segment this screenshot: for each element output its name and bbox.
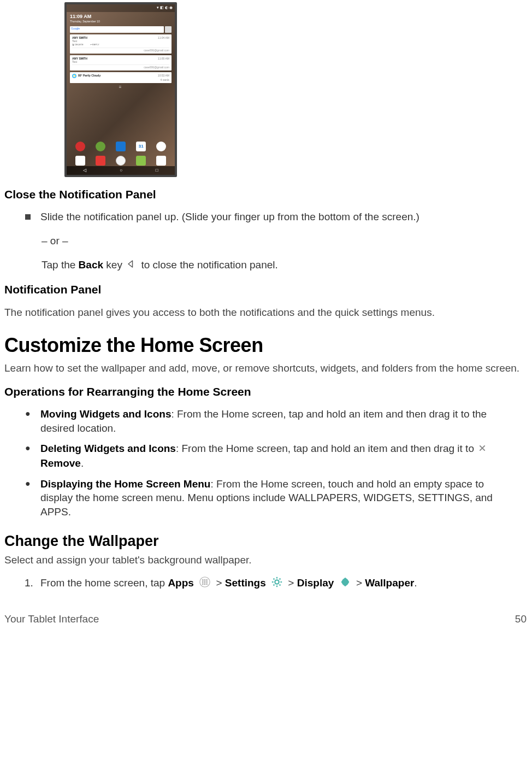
nav-home-icon: ○ — [120, 168, 122, 174]
section-heading: Change the Wallpaper — [4, 531, 528, 551]
text-bold: Settings — [225, 577, 266, 589]
svg-point-6 — [202, 581, 203, 583]
delete-action: 🗑 DELETE — [72, 44, 84, 46]
text-bold: Deleting Widgets and Icons — [40, 443, 176, 454]
text: . — [81, 457, 84, 469]
text-bold: Displaying the Home Screen Menu — [40, 478, 210, 490]
text: . — [414, 577, 417, 589]
text: : From the Home screen, tap and hold an … — [176, 443, 477, 454]
svg-point-3 — [202, 579, 203, 580]
notif-body: Test — [72, 60, 169, 63]
weather-card: 80° Partly Cloudy10:53 AM 4 cards — [70, 72, 172, 83]
list-item: ● Deleting Widgets and Icons: From the H… — [25, 442, 507, 470]
list-item: ● Moving Widgets and Icons: From the Hom… — [25, 407, 507, 435]
section-heading: Close the Notification Panel — [4, 187, 528, 202]
notif-time: 11:04 AM — [158, 36, 169, 39]
ordered-list: From the home screen, tap Apps > Setting… — [36, 576, 528, 592]
notif-account: case006@gmail.com — [72, 48, 169, 52]
svg-line-19 — [274, 584, 275, 585]
nav-back-icon: ◁ — [83, 168, 86, 174]
notif-time: 11:00 AM — [158, 57, 169, 60]
text: Tap the — [42, 259, 79, 271]
text: From the home screen, tap — [40, 577, 168, 589]
text-bold: Wallpaper — [365, 577, 414, 589]
mic-icon — [165, 26, 172, 33]
svg-point-12 — [275, 580, 279, 584]
paragraph: Select and assign your tablet's backgrou… — [4, 553, 528, 567]
bullet-icon: ● — [25, 442, 31, 470]
text-bold: Display — [297, 577, 334, 589]
svg-point-11 — [206, 583, 208, 584]
section-heading: Notification Panel — [4, 282, 528, 297]
svg-point-5 — [206, 579, 208, 580]
weather-icon — [72, 74, 76, 78]
list-item: ● Displaying the Home Screen Menu: From … — [25, 477, 507, 519]
svg-point-4 — [204, 579, 205, 580]
weather-sub: 4 cards — [72, 78, 169, 81]
bullet-icon: ● — [25, 477, 31, 519]
lock-header: 11:09 AM Thursday, September 10 — [67, 12, 175, 25]
paragraph: Learn how to set the wallpaper and add, … — [4, 361, 528, 375]
svg-line-17 — [274, 578, 275, 579]
remove-x-icon — [478, 442, 487, 456]
square-bullet-icon — [25, 214, 31, 220]
settings-gear-icon — [271, 576, 283, 592]
section-heading: Operations for Rearranging the Home Scre… — [4, 384, 528, 399]
search-box: Google — [70, 26, 164, 33]
text: to close the notification panel. — [138, 259, 278, 271]
text-bold: Remove — [40, 457, 81, 469]
paragraph: – or – — [42, 234, 528, 248]
notif-account: case006@gmail.com — [72, 64, 169, 69]
list-text: Slide the notification panel up. (Slide … — [40, 211, 419, 222]
paragraph: Tap the Back key to close the notificati… — [42, 258, 528, 273]
weather-text: 80° Partly Cloudy — [78, 74, 101, 77]
clock-date: Thursday, September 10 — [70, 20, 172, 23]
display-icon — [339, 576, 351, 592]
text-bold: Back — [79, 259, 103, 271]
notif-sender: AMY SMITH — [72, 57, 87, 60]
bullet-icon: ● — [25, 407, 31, 435]
text: key — [103, 259, 125, 271]
page-number: 50 — [515, 612, 527, 626]
device-screenshot: ▾ ◧ ◐ ◉ 11:09 AM Thursday, September 10 … — [64, 2, 528, 177]
svg-point-7 — [204, 581, 205, 583]
notification-card: AMY SMITH11:04 AM Test 🗑 DELETE↩ REPLY c… — [70, 34, 172, 54]
reply-action: ↩ REPLY — [90, 44, 99, 46]
separator: > — [216, 577, 224, 589]
list-item: From the home screen, tap Apps > Setting… — [36, 576, 528, 592]
clock-time: 11:09 AM — [70, 13, 172, 20]
weather-time: 10:53 AM — [158, 74, 169, 78]
svg-point-10 — [204, 583, 205, 584]
separator: > — [356, 577, 365, 589]
paragraph: The notification panel gives you access … — [4, 305, 528, 320]
page-footer: Your Tablet Interface 50 — [4, 612, 528, 630]
nav-recent-icon: □ — [156, 168, 158, 174]
drag-handle-icon: ≡ — [67, 85, 175, 91]
text-bold: Apps — [168, 577, 194, 589]
apps-icon — [199, 576, 211, 592]
app-rail: 31 — [67, 142, 175, 152]
footer-title: Your Tablet Interface — [4, 612, 99, 626]
svg-point-8 — [206, 581, 208, 583]
notif-sender: AMY SMITH — [72, 36, 87, 39]
app-dock — [67, 156, 175, 166]
notification-card: AMY SMITH11:00 AM Test case006@gmail.com — [70, 55, 172, 70]
search-bar: Google — [70, 26, 172, 33]
svg-point-9 — [202, 583, 203, 584]
svg-line-20 — [280, 578, 281, 579]
notif-body: Test — [72, 39, 169, 43]
back-key-icon — [127, 258, 137, 273]
status-bar: ▾ ◧ ◐ ◉ — [67, 4, 175, 12]
page-heading: Customize the Home Screen — [4, 332, 528, 359]
separator: > — [288, 577, 297, 589]
svg-line-18 — [280, 584, 281, 585]
list-item: Slide the notification panel up. (Slide … — [25, 210, 528, 224]
text-bold: Moving Widgets and Icons — [40, 408, 171, 420]
nav-bar: ◁ ○ □ — [67, 166, 175, 175]
